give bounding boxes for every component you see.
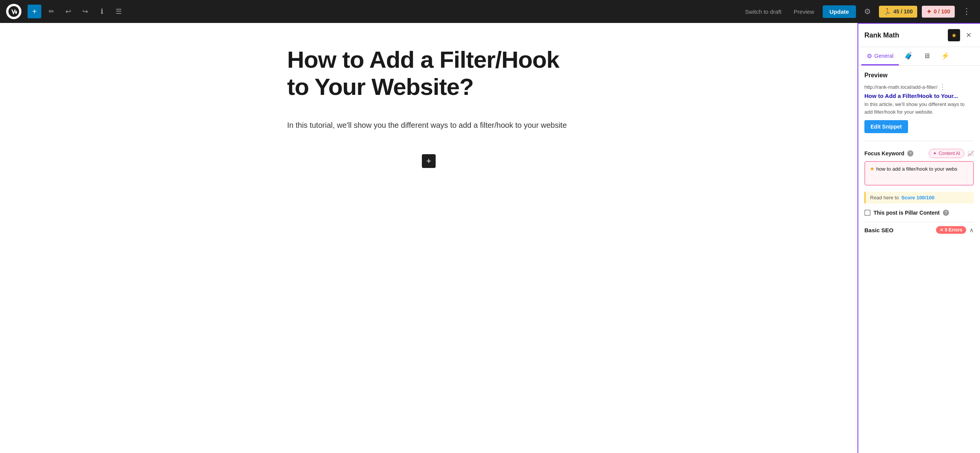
- rank-math-sidebar: Rank Math ★ ✕ ⚙ General 🧳 🖥 ⚡: [858, 23, 980, 453]
- post-body[interactable]: In this tutorial, we'll show you the dif…: [287, 119, 570, 131]
- focus-keyword-section: Focus Keyword ? ✦ Content AI 📈 ★ how to …: [864, 149, 974, 186]
- basic-seo-section: Basic SEO ✕ 5 Errors ∧: [864, 222, 974, 238]
- read-here-row: Read here to Score 100/100: [864, 192, 974, 204]
- preview-section: Preview http://rank-math.local/add-a-fil…: [864, 72, 974, 133]
- list-view-button[interactable]: ☰: [112, 5, 126, 18]
- seo-score-value: 45 / 100: [893, 8, 913, 15]
- tab-social[interactable]: 🧳: [899, 47, 918, 66]
- seo-score-icon: 🏃: [884, 8, 891, 15]
- ai-score-icon: ✦: [926, 8, 931, 15]
- close-icon: ✕: [966, 31, 972, 39]
- redo-icon: ↪: [82, 7, 88, 16]
- chevron-up-icon: ∧: [969, 226, 974, 234]
- settings-button[interactable]: ⚙: [861, 5, 874, 18]
- tab-advanced[interactable]: ⚡: [936, 47, 955, 66]
- ai-score-badge[interactable]: ✦ 0 / 100: [922, 6, 955, 18]
- add-block-inline-button[interactable]: +: [422, 154, 436, 168]
- preview-description: In this article, we'll show you differen…: [864, 101, 974, 116]
- switch-to-draft-button[interactable]: Switch to draft: [741, 6, 785, 17]
- editor-content: How to Add a Filter/Hook to Your Website…: [287, 46, 570, 176]
- sidebar-title: Rank Math: [864, 31, 945, 39]
- trending-icon[interactable]: 📈: [967, 150, 974, 156]
- keyword-star: ★: [870, 166, 875, 172]
- errors-x-icon: ✕: [940, 228, 943, 233]
- read-here-prefix: Read here to: [870, 195, 899, 200]
- sidebar-tabs: ⚙ General 🧳 🖥 ⚡: [858, 47, 980, 66]
- content-ai-label: Content AI: [939, 151, 960, 156]
- content-ai-button[interactable]: ✦ Content AI: [929, 149, 964, 158]
- social-tab-icon: 🧳: [904, 52, 913, 60]
- update-button[interactable]: Update: [823, 5, 856, 18]
- focus-keyword-help-icon[interactable]: ?: [907, 150, 913, 156]
- wp-logo: [6, 4, 21, 19]
- post-title[interactable]: How to Add a Filter/Hook to Your Website…: [287, 46, 570, 101]
- pillar-checkbox[interactable]: [864, 210, 871, 216]
- preview-button[interactable]: Preview: [790, 6, 818, 17]
- sidebar-close-button[interactable]: ✕: [963, 30, 974, 41]
- editor-area: How to Add a Filter/Hook to Your Website…: [0, 23, 858, 453]
- focus-keyword-label: Focus Keyword: [864, 150, 904, 156]
- basic-seo-header[interactable]: Basic SEO ✕ 5 Errors ∧: [864, 222, 974, 238]
- topbar: + ✏ ↩ ↪ ℹ ☰ Switch to draft Preview Upda…: [0, 0, 980, 23]
- three-dots-icon: ⋮: [962, 7, 971, 16]
- edit-snippet-button[interactable]: Edit Snippet: [864, 120, 908, 133]
- preview-url-dots[interactable]: ⋮: [939, 83, 946, 91]
- pillar-help-icon[interactable]: ?: [943, 210, 949, 216]
- pillar-content-row: This post is Pillar Content ?: [864, 210, 974, 216]
- redo-button[interactable]: ↪: [78, 5, 92, 18]
- sidebar-star-button[interactable]: ★: [948, 29, 960, 41]
- ai-score-value: 0 / 100: [934, 8, 950, 15]
- undo-icon: ↩: [65, 7, 71, 16]
- basic-seo-label: Basic SEO: [864, 227, 936, 233]
- preview-link[interactable]: How to Add a Filter/Hook to Your...: [864, 93, 974, 99]
- basic-seo-errors-badge: ✕ 5 Errors: [936, 226, 966, 234]
- tab-schema[interactable]: 🖥: [918, 47, 936, 66]
- errors-count: 5 Errors: [945, 227, 962, 233]
- general-tab-label: General: [874, 53, 893, 59]
- pencil-button[interactable]: ✏: [44, 5, 58, 18]
- tab-general[interactable]: ⚙ General: [861, 48, 899, 65]
- divider-1: [864, 141, 974, 141]
- star-icon: ★: [951, 32, 957, 39]
- preview-label: Preview: [864, 72, 974, 79]
- content-ai-icon: ✦: [933, 151, 937, 156]
- read-here-link[interactable]: Score 100/100: [901, 195, 934, 200]
- schema-tab-icon: 🖥: [923, 52, 930, 60]
- preview-url-row: http://rank-math.local/add-a-filter/ ⋮: [864, 83, 974, 91]
- sidebar-body: Preview http://rank-math.local/add-a-fil…: [858, 66, 980, 244]
- keyword-value: how to add a filter/hook to your webs: [876, 166, 957, 172]
- advanced-tab-icon: ⚡: [941, 52, 949, 60]
- keyword-tag: ★ how to add a filter/hook to your webs: [870, 166, 957, 172]
- options-button[interactable]: ⋮: [959, 5, 974, 18]
- gear-icon: ⚙: [864, 7, 871, 16]
- pencil-icon: ✏: [49, 7, 54, 16]
- seo-score-badge[interactable]: 🏃 45 / 100: [879, 6, 918, 18]
- keyword-input-box[interactable]: ★ how to add a filter/hook to your webs: [864, 161, 974, 186]
- focus-keyword-header: Focus Keyword ? ✦ Content AI 📈: [864, 149, 974, 158]
- info-icon: ℹ: [101, 7, 103, 16]
- undo-button[interactable]: ↩: [61, 5, 75, 18]
- topbar-right: Switch to draft Preview Update ⚙ 🏃 45 / …: [741, 5, 974, 18]
- sidebar-header: Rank Math ★ ✕: [858, 24, 980, 47]
- list-icon: ☰: [116, 7, 122, 16]
- general-tab-icon: ⚙: [867, 52, 872, 60]
- pillar-label: This post is Pillar Content: [874, 210, 940, 216]
- preview-url-text: http://rank-math.local/add-a-filter/: [864, 84, 938, 90]
- info-button[interactable]: ℹ: [95, 5, 109, 18]
- add-block-button[interactable]: +: [28, 5, 41, 18]
- main-layout: How to Add a Filter/Hook to Your Website…: [0, 23, 980, 453]
